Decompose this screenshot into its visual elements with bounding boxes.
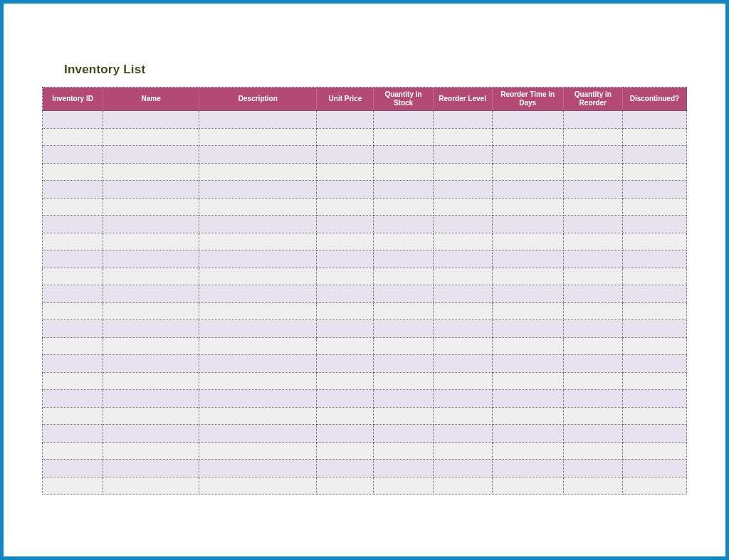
table-cell[interactable] — [103, 268, 199, 285]
table-cell[interactable] — [199, 355, 317, 373]
table-cell[interactable] — [199, 111, 317, 129]
table-cell[interactable] — [317, 128, 374, 146]
table-cell[interactable] — [492, 181, 563, 199]
table-cell[interactable] — [317, 320, 374, 338]
table-cell[interactable] — [622, 302, 686, 320]
table-cell[interactable] — [317, 268, 374, 285]
table-cell[interactable] — [433, 337, 492, 355]
table-cell[interactable] — [622, 320, 686, 338]
table-cell[interactable] — [492, 285, 563, 303]
table-cell[interactable] — [43, 250, 103, 268]
table-cell[interactable] — [374, 111, 433, 129]
table-cell[interactable] — [43, 407, 103, 425]
table-cell[interactable] — [43, 268, 103, 285]
table-cell[interactable] — [433, 128, 492, 146]
table-cell[interactable] — [492, 216, 563, 233]
table-cell[interactable] — [317, 425, 374, 443]
table-cell[interactable] — [374, 233, 433, 250]
table-cell[interactable] — [43, 355, 103, 373]
table-cell[interactable] — [563, 198, 622, 216]
table-cell[interactable] — [317, 302, 374, 320]
table-cell[interactable] — [563, 425, 622, 443]
table-cell[interactable] — [492, 198, 563, 216]
table-cell[interactable] — [433, 111, 492, 129]
table-cell[interactable] — [622, 216, 686, 233]
table-cell[interactable] — [103, 425, 199, 443]
table-cell[interactable] — [374, 181, 433, 199]
table-cell[interactable] — [103, 337, 199, 355]
table-cell[interactable] — [563, 268, 622, 285]
table-cell[interactable] — [563, 390, 622, 408]
table-cell[interactable] — [622, 146, 686, 164]
table-cell[interactable] — [317, 285, 374, 303]
table-cell[interactable] — [43, 320, 103, 338]
table-cell[interactable] — [43, 111, 103, 129]
table-cell[interactable] — [563, 302, 622, 320]
table-cell[interactable] — [199, 372, 317, 390]
table-cell[interactable] — [433, 425, 492, 443]
table-cell[interactable] — [317, 181, 374, 199]
table-cell[interactable] — [622, 477, 686, 495]
table-cell[interactable] — [43, 146, 103, 164]
table-cell[interactable] — [433, 477, 492, 495]
table-cell[interactable] — [563, 337, 622, 355]
table-cell[interactable] — [317, 337, 374, 355]
table-cell[interactable] — [374, 372, 433, 390]
table-cell[interactable] — [199, 460, 317, 477]
table-cell[interactable] — [492, 477, 563, 495]
table-cell[interactable] — [374, 390, 433, 408]
table-cell[interactable] — [199, 181, 317, 199]
table-cell[interactable] — [199, 390, 317, 408]
table-cell[interactable] — [433, 250, 492, 268]
table-cell[interactable] — [622, 390, 686, 408]
table-cell[interactable] — [103, 477, 199, 495]
table-cell[interactable] — [433, 390, 492, 408]
table-cell[interactable] — [433, 216, 492, 233]
table-cell[interactable] — [433, 320, 492, 338]
table-cell[interactable] — [199, 128, 317, 146]
table-cell[interactable] — [199, 163, 317, 181]
table-cell[interactable] — [43, 285, 103, 303]
table-cell[interactable] — [492, 163, 563, 181]
table-cell[interactable] — [563, 146, 622, 164]
table-cell[interactable] — [103, 442, 199, 460]
table-cell[interactable] — [492, 233, 563, 250]
table-cell[interactable] — [199, 285, 317, 303]
table-cell[interactable] — [43, 163, 103, 181]
table-cell[interactable] — [433, 372, 492, 390]
table-cell[interactable] — [43, 181, 103, 199]
table-cell[interactable] — [103, 128, 199, 146]
table-cell[interactable] — [43, 128, 103, 146]
table-cell[interactable] — [492, 302, 563, 320]
table-cell[interactable] — [103, 233, 199, 250]
table-cell[interactable] — [492, 146, 563, 164]
table-cell[interactable] — [563, 163, 622, 181]
table-cell[interactable] — [374, 442, 433, 460]
table-cell[interactable] — [563, 320, 622, 338]
table-cell[interactable] — [622, 268, 686, 285]
table-cell[interactable] — [622, 425, 686, 443]
table-cell[interactable] — [103, 407, 199, 425]
table-cell[interactable] — [374, 477, 433, 495]
table-cell[interactable] — [374, 285, 433, 303]
table-cell[interactable] — [492, 128, 563, 146]
table-cell[interactable] — [374, 163, 433, 181]
table-cell[interactable] — [199, 268, 317, 285]
table-cell[interactable] — [563, 285, 622, 303]
table-cell[interactable] — [317, 233, 374, 250]
table-cell[interactable] — [622, 181, 686, 199]
table-cell[interactable] — [492, 320, 563, 338]
table-cell[interactable] — [622, 198, 686, 216]
table-cell[interactable] — [43, 302, 103, 320]
table-cell[interactable] — [622, 233, 686, 250]
table-cell[interactable] — [199, 337, 317, 355]
table-cell[interactable] — [563, 460, 622, 477]
table-cell[interactable] — [563, 355, 622, 373]
table-cell[interactable] — [492, 337, 563, 355]
table-cell[interactable] — [622, 337, 686, 355]
table-cell[interactable] — [103, 111, 199, 129]
table-cell[interactable] — [317, 198, 374, 216]
table-cell[interactable] — [43, 216, 103, 233]
table-cell[interactable] — [199, 198, 317, 216]
table-cell[interactable] — [374, 216, 433, 233]
